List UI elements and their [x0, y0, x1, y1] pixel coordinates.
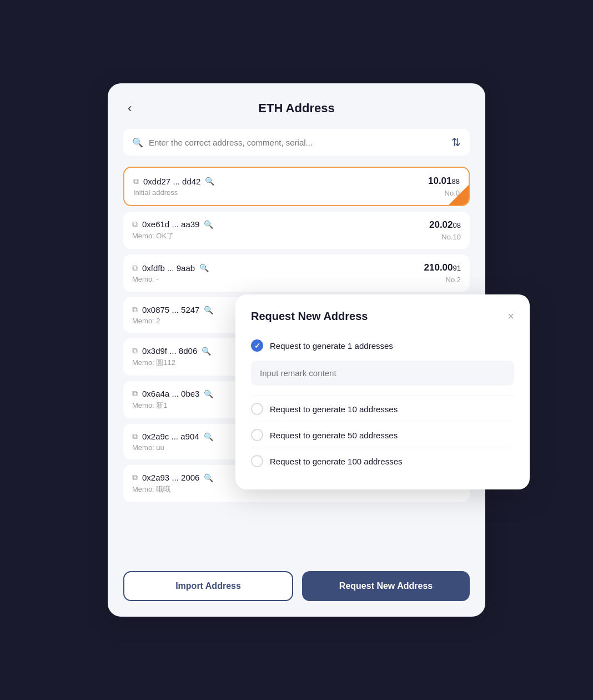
item-left: ⧉ 0x2a93 ... 2006 🔍 Memo: 哦哦: [132, 473, 213, 494]
copy-icon[interactable]: ⧉: [133, 177, 139, 186]
radio-circle-3: [251, 429, 263, 441]
address-memo: Memo: 新1: [132, 401, 213, 411]
item-left: ⧉ 0x0875 ... 5247 🔍 Memo: 2: [132, 305, 213, 325]
address-row: ⧉ 0x0875 ... 5247 🔍: [132, 305, 213, 314]
address-item[interactable]: ⧉ 0xdd27 ... dd42 🔍 Initial address 10.0…: [123, 167, 470, 206]
search-address-icon[interactable]: 🔍: [199, 263, 209, 272]
request-new-address-modal: Request New Address × Request to generat…: [235, 294, 530, 489]
address-row: ⧉ 0x2a9c ... a904 🔍: [132, 432, 213, 441]
radio-label-4: Request to generate 100 addresses: [270, 457, 403, 466]
radio-circle-4: [251, 455, 263, 467]
address-text: 0xfdfb ... 9aab: [142, 263, 195, 273]
copy-icon[interactable]: ⧉: [132, 305, 138, 314]
radio-circle-2: [251, 403, 263, 415]
copy-icon[interactable]: ⧉: [132, 346, 138, 356]
address-no: No.2: [424, 276, 461, 284]
address-memo: Memo: 2: [132, 317, 213, 325]
app-container: ‹ ETH Address 🔍 ⇅ ⧉ 0xdd27 ... dd42 🔍 In…: [108, 83, 485, 617]
address-text: 0xdd27 ... dd42: [143, 177, 200, 186]
item-left: ⧉ 0x2a9c ... a904 🔍 Memo: uu: [132, 432, 213, 452]
search-icon: 🔍: [132, 137, 143, 148]
address-row: ⧉ 0xe61d ... aa39 🔍: [132, 219, 213, 229]
radio-option-2[interactable]: Request to generate 10 addresses: [251, 398, 514, 419]
radio-label-2: Request to generate 10 addresses: [270, 404, 398, 414]
modal-title: Request New Address: [251, 310, 368, 323]
radio-label-3: Request to generate 50 addresses: [270, 431, 398, 440]
item-left: ⧉ 0xfdfb ... 9aab 🔍 Memo: -: [132, 263, 209, 283]
address-row: ⧉ 0x3d9f ... 8d06 🔍: [132, 346, 211, 356]
page-title: ETH Address: [258, 101, 334, 116]
item-right: 20.0208 No.10: [429, 219, 461, 241]
request-new-address-button[interactable]: Request New Address: [302, 571, 470, 601]
search-address-icon[interactable]: 🔍: [204, 220, 213, 229]
radio-option-4[interactable]: Request to generate 100 addresses: [251, 451, 514, 472]
divider: [251, 396, 514, 396]
address-amount: 20.0208: [429, 219, 461, 231]
address-memo: Memo: OK了: [132, 231, 213, 241]
search-bar: 🔍 ⇅: [123, 129, 470, 156]
copy-icon[interactable]: ⧉: [132, 473, 138, 482]
radio-option-3[interactable]: Request to generate 50 addresses: [251, 424, 514, 446]
address-item[interactable]: ⧉ 0xfdfb ... 9aab 🔍 Memo: - 210.0091 No.…: [123, 254, 470, 292]
modal-close-button[interactable]: ×: [507, 310, 514, 323]
search-address-icon[interactable]: 🔍: [204, 473, 213, 482]
radio-circle-1: [251, 339, 263, 352]
item-left: ⧉ 0x3d9f ... 8d06 🔍 Memo: 圆112: [132, 346, 211, 368]
bottom-actions: Import Address Request New Address: [123, 571, 470, 601]
address-text: 0x6a4a ... 0be3: [142, 389, 199, 398]
search-address-icon[interactable]: 🔍: [204, 306, 213, 314]
address-text: 0xe61d ... aa39: [142, 219, 199, 229]
address-memo: Memo: uu: [132, 443, 213, 452]
address-row: ⧉ 0xdd27 ... dd42 🔍: [133, 177, 214, 186]
item-left: ⧉ 0xdd27 ... dd42 🔍 Initial address: [133, 177, 214, 197]
address-amount: 10.0188: [428, 176, 460, 187]
back-button[interactable]: ‹: [123, 99, 136, 118]
remark-input[interactable]: [251, 361, 514, 386]
import-address-button[interactable]: Import Address: [123, 571, 293, 601]
address-text: 0x3d9f ... 8d06: [142, 346, 197, 356]
copy-icon[interactable]: ⧉: [132, 263, 138, 273]
copy-icon[interactable]: ⧉: [132, 432, 138, 441]
address-text: 0x0875 ... 5247: [142, 305, 199, 314]
address-amount: 210.0091: [424, 262, 461, 273]
copy-icon[interactable]: ⧉: [132, 389, 138, 398]
address-memo: Memo: 圆112: [132, 358, 211, 368]
address-row: ⧉ 0xfdfb ... 9aab 🔍: [132, 263, 209, 273]
radio-label-1: Request to generate 1 addresses: [270, 341, 393, 351]
header: ‹ ETH Address: [123, 101, 470, 116]
divider: [251, 448, 514, 448]
modal-overlay: Request New Address × Request to generat…: [235, 294, 530, 489]
search-input[interactable]: [149, 138, 446, 147]
search-address-icon[interactable]: 🔍: [205, 177, 214, 186]
main-card: ‹ ETH Address 🔍 ⇅ ⧉ 0xdd27 ... dd42 🔍 In…: [108, 83, 485, 617]
address-no: No.10: [429, 233, 461, 241]
address-item[interactable]: ⧉ 0xe61d ... aa39 🔍 Memo: OK了 20.0208 No…: [123, 212, 470, 249]
filter-icon[interactable]: ⇅: [451, 136, 461, 149]
search-address-icon[interactable]: 🔍: [204, 432, 213, 441]
address-memo: Initial address: [133, 188, 214, 197]
search-address-icon[interactable]: 🔍: [204, 389, 213, 398]
item-right: 10.0188 No.0: [428, 176, 460, 197]
address-text: 0x2a9c ... a904: [142, 432, 199, 441]
search-address-icon[interactable]: 🔍: [202, 347, 211, 356]
copy-icon[interactable]: ⧉: [132, 219, 138, 229]
modal-header: Request New Address ×: [251, 310, 514, 323]
item-left: ⧉ 0xe61d ... aa39 🔍 Memo: OK了: [132, 219, 213, 241]
radio-option-1[interactable]: Request to generate 1 addresses: [251, 335, 514, 356]
item-right: 210.0091 No.2: [424, 262, 461, 284]
divider: [251, 422, 514, 422]
address-no: No.0: [428, 189, 460, 197]
address-memo: Memo: -: [132, 275, 209, 283]
item-left: ⧉ 0x6a4a ... 0be3 🔍 Memo: 新1: [132, 389, 213, 411]
address-text: 0x2a93 ... 2006: [142, 473, 199, 482]
address-row: ⧉ 0x2a93 ... 2006 🔍: [132, 473, 213, 482]
address-row: ⧉ 0x6a4a ... 0be3 🔍: [132, 389, 213, 398]
address-memo: Memo: 哦哦: [132, 484, 213, 494]
